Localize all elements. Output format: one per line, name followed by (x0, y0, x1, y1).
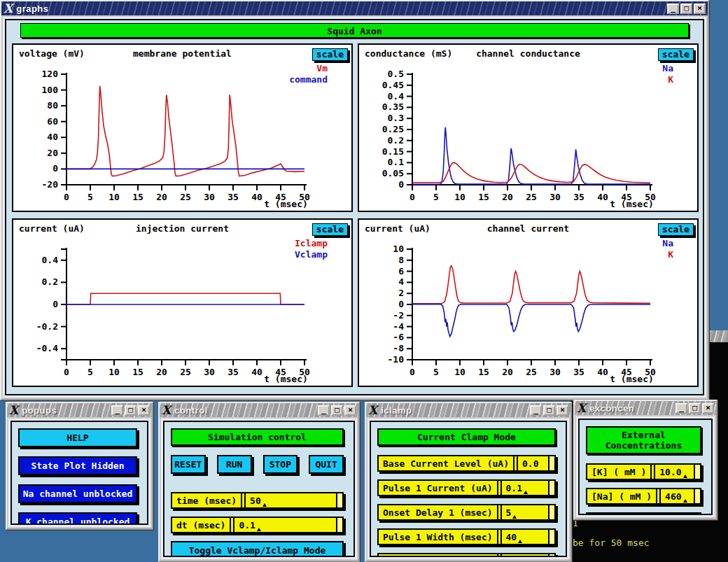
sim-command-row: RESETRUNSTOPQUIT (171, 455, 344, 483)
control-titlebar[interactable]: X control _ □ × (160, 403, 358, 417)
scale-button[interactable]: scale (658, 48, 694, 61)
svg-text:0.1: 0.1 (388, 157, 405, 167)
field-value-input[interactable]: 0.1 (233, 518, 336, 532)
svg-text:-4: -4 (393, 321, 404, 332)
time-msec-field: time (msec)50 (171, 492, 344, 509)
toggle-vclamp-iclamp-button[interactable]: Toggle Vclamp/Iclamp Mode (171, 541, 344, 557)
chart-legend: IclampVclamp (295, 238, 328, 260)
field-end-cap[interactable] (548, 456, 554, 470)
svg-text:0: 0 (52, 299, 58, 309)
scale-button[interactable]: scale (312, 223, 348, 236)
svg-text:120: 120 (42, 69, 59, 79)
field-value-input[interactable]: 10.0 (654, 465, 694, 479)
exconcen-titlebar[interactable]: X exconcen _ □ × (575, 401, 716, 415)
svg-text:20: 20 (502, 367, 513, 377)
svg-text:5: 5 (433, 367, 439, 377)
svg-text:8: 8 (398, 255, 404, 265)
minimize-icon[interactable]: _ (111, 405, 123, 416)
close-icon[interactable]: × (702, 403, 714, 414)
base-current-level-ua-field: Base Current Level (uA)0.0 (377, 455, 556, 472)
scale-button[interactable]: scale (658, 223, 694, 236)
quit-button[interactable]: QUIT (309, 455, 344, 474)
default-values-button[interactable]: Default Values (586, 512, 701, 515)
svg-text:-8: -8 (393, 343, 404, 353)
close-icon[interactable]: × (556, 405, 568, 416)
help-button[interactable]: HELP (18, 428, 137, 447)
legend-entry-command: command (289, 74, 328, 85)
field-end-cap[interactable] (548, 530, 554, 544)
field-label: Pulse 1 Current (uA) (379, 481, 498, 495)
maximize-icon[interactable]: □ (680, 3, 692, 14)
svg-text:5: 5 (433, 192, 439, 202)
svg-text:10: 10 (393, 244, 404, 254)
svg-text:35: 35 (573, 192, 584, 202)
legend-entry-k: K (662, 74, 673, 85)
exconcen-fields: [K] ( mM )10.0[Na] ( mM )460 (586, 463, 701, 505)
close-icon[interactable]: × (344, 405, 356, 416)
minimize-icon[interactable]: _ (667, 3, 679, 14)
control-window: X control _ □ × Simulation control RESET… (158, 402, 360, 562)
field-end-cap[interactable] (336, 518, 342, 532)
iclamp-titlebar[interactable]: X iclamp _ □ × (366, 403, 570, 417)
minimize-icon[interactable]: _ (530, 405, 542, 416)
field-value-input[interactable]: 50 (244, 493, 336, 507)
svg-text:35: 35 (227, 192, 239, 202)
reset-button[interactable]: RESET (171, 455, 206, 474)
maximize-icon[interactable]: □ (543, 405, 555, 416)
field-value-input[interactable]: 0.0 (517, 456, 548, 470)
popups-titlebar[interactable]: X popups _ □ × (7, 403, 152, 417)
membrane-potential-chart: 120100806040200-2005101520253035404550t … (12, 43, 353, 212)
field-label: Pulse 2 Current (uA) (379, 554, 498, 557)
svg-text:25: 25 (180, 192, 191, 202)
chart-title: membrane potential (13, 48, 351, 59)
svg-text:40: 40 (597, 192, 608, 202)
field-label: [K] ( mM ) (587, 465, 652, 479)
control-fields: time (msec)50dt (msec)0.1 (171, 492, 344, 533)
field-value-input[interactable]: 460 (659, 489, 694, 503)
minimize-icon[interactable]: _ (676, 403, 687, 414)
graphs-titlebar[interactable]: X graphs _ □ × (1, 1, 708, 15)
field-end-cap[interactable] (548, 481, 554, 495)
svg-text:-0.4: -0.4 (36, 343, 58, 353)
svg-text:2: 2 (398, 288, 404, 298)
run-button[interactable]: RUN (217, 455, 252, 474)
field-end-cap[interactable] (336, 493, 342, 507)
svg-text:-20: -20 (42, 179, 59, 190)
stop-button[interactable]: STOP (263, 455, 298, 474)
x11-logo-icon: X (577, 402, 586, 414)
field-end-cap[interactable] (694, 465, 700, 479)
legend-entry-iclamp: Iclamp (295, 238, 328, 249)
svg-text:-6: -6 (393, 332, 404, 342)
na-channel-unblocked-button[interactable]: Na channel unblocked (18, 484, 137, 503)
field-end-cap[interactable] (548, 505, 554, 519)
pulse-1-current-ua-field: Pulse 1 Current (uA)0.1 (377, 479, 556, 496)
maximize-icon[interactable]: □ (331, 405, 343, 416)
state-plot-hidden-button[interactable]: State Plot Hidden (18, 456, 137, 475)
x11-logo-icon: X (368, 405, 377, 416)
svg-text:0.05: 0.05 (382, 168, 404, 178)
close-icon[interactable]: × (694, 3, 706, 14)
maximize-icon[interactable]: □ (689, 403, 701, 414)
field-value-input[interactable]: 5 (500, 505, 548, 519)
field-label: time (msec) (172, 493, 242, 507)
svg-text:15: 15 (478, 367, 489, 377)
svg-text:20: 20 (502, 192, 513, 202)
channel-current-plot: 1086420-2-4-6-8-1005101520253035404550t … (359, 220, 697, 386)
external-concentrations-header: External Concentrations (586, 426, 701, 454)
field-value-input[interactable]: 0.0 (500, 554, 548, 557)
k-channel-unblocked-button[interactable]: K channel unblocked (18, 512, 137, 525)
field-value-input[interactable]: 0.1 (500, 481, 548, 495)
svg-text:0.4: 0.4 (42, 255, 59, 265)
maximize-icon[interactable]: □ (125, 405, 136, 416)
field-end-cap[interactable] (548, 554, 554, 557)
popups-button-stack: HELPState Plot HiddenNa channel unblocke… (12, 422, 147, 524)
close-icon[interactable]: × (138, 405, 150, 416)
field-end-cap[interactable] (694, 489, 700, 503)
svg-text:0: 0 (398, 299, 404, 309)
scale-button[interactable]: scale (312, 48, 348, 61)
minimize-icon[interactable]: _ (318, 405, 330, 416)
channel-conductance-chart: 0.50.450.40.350.30.250.20.150.10.0500510… (358, 43, 699, 212)
field-value-input[interactable]: 40 (500, 530, 548, 544)
svg-text:10: 10 (108, 367, 120, 377)
desktop: 1 be for 50 msec X graphs _ □ × Squid Ax… (0, 0, 728, 562)
